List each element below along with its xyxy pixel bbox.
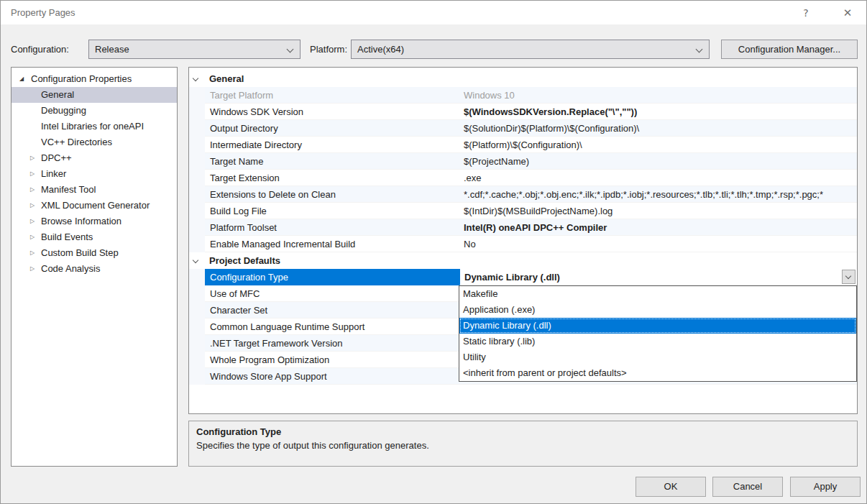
dropdown-option-dynamic-library[interactable]: Dynamic Library (.dll) [459,318,856,334]
property-row-target-extension[interactable]: Target Extension .exe [189,170,857,186]
property-value: *.cdf;*.cache;*.obj;*.obj.enc;*.ilk;*.ip… [459,186,857,203]
property-row-enable-managed-incremental-build[interactable]: Enable Managed Incremental Build No [189,236,857,252]
property-value: $(ProjectName) [459,153,857,170]
tree-item-build-events[interactable]: ▷ Build Events [12,229,177,245]
dropdown-option-makefile[interactable]: Makefile [459,286,856,302]
tree-item-code-analysis[interactable]: ▷ Code Analysis [12,261,177,277]
description-text: Specifies the type of output this config… [196,440,850,451]
apply-button[interactable]: Apply [790,477,861,497]
property-name: Whole Program Optimization [205,352,459,368]
cancel-button[interactable]: Cancel [712,477,783,497]
configuration-type-combobox[interactable]: Dynamic Library (.dll) [459,269,857,285]
property-row-intermediate-directory[interactable]: Intermediate Directory $(Platform)\$(Con… [189,137,857,153]
property-value: $(SolutionDir)$(Platform)\$(Configuratio… [459,120,857,137]
tree-item-label: DPC++ [41,150,72,166]
tree-item-label: VC++ Directories [41,134,112,150]
section-header-project-defaults[interactable]: Project Defaults [189,252,857,269]
property-value: No [459,236,857,252]
property-name: Windows SDK Version [205,104,459,120]
property-row-configuration-type[interactable]: Configuration Type Dynamic Library (.dll… [189,269,857,285]
property-value: .exe [459,170,857,186]
property-name: Enable Managed Incremental Build [205,236,459,252]
tree-item-configuration-properties[interactable]: ◢ Configuration Properties [12,71,177,87]
tree-item-label: Manifest Tool [41,182,96,198]
property-name: Character Set [205,302,459,319]
tree-item-label: Code Analysis [41,261,100,277]
property-name: Configuration Type [205,269,459,285]
tree-item-dpcpp[interactable]: ▷ DPC++ [12,150,177,166]
property-row-target-name[interactable]: Target Name $(ProjectName) [189,153,857,170]
expanded-triangle-icon: ◢ [19,71,24,87]
chevron-down-icon [696,46,703,53]
property-value: $(WindowsSDKVersion.Replace("\","")) [459,104,857,120]
property-value: $(IntDir)$(MSBuildProjectName).log [459,203,857,219]
property-row-extensions-to-delete[interactable]: Extensions to Delete on Clean *.cdf;*.ca… [189,186,857,203]
dropdown-option-application[interactable]: Application (.exe) [459,302,856,318]
configuration-manager-button[interactable]: Configuration Manager... [721,40,858,59]
property-name: Platform Toolset [205,219,459,236]
dropdown-option-inherit[interactable]: <inherit from parent or project defaults… [459,365,856,381]
property-name: Target Extension [205,170,459,186]
property-row-platform-toolset[interactable]: Platform Toolset Intel(R) oneAPI DPC++ C… [189,219,857,236]
property-name: Common Language Runtime Support [205,319,459,335]
configuration-label: Configuration: [11,44,69,55]
combo-drop-button[interactable] [842,270,855,284]
configuration-type-dropdown: Makefile Application (.exe) Dynamic Libr… [459,285,857,382]
property-name: Target Platform [205,87,459,104]
collapsed-triangle-icon: ▷ [30,198,35,214]
section-gutter [189,252,205,269]
section-gutter [189,70,205,87]
window-title: Property Pages [11,7,75,18]
tree-item-vcpp-directories[interactable]: VC++ Directories [12,134,177,150]
tree-item-custom-build-step[interactable]: ▷ Custom Build Step [12,245,177,261]
property-name: Use of MFC [205,285,459,302]
collapsed-triangle-icon: ▷ [30,245,35,261]
property-row-output-directory[interactable]: Output Directory $(SolutionDir)$(Platfor… [189,120,857,137]
tree-item-label: General [41,87,74,103]
tree-item-label: Browse Information [41,214,121,229]
dropdown-option-utility[interactable]: Utility [459,349,856,365]
tree-item-linker[interactable]: ▷ Linker [12,166,177,182]
chevron-down-icon [287,46,294,53]
configuration-tree: ◢ Configuration Properties General Debug… [11,67,178,467]
tree-item-browse-information[interactable]: ▷ Browse Information [12,214,177,229]
tree-item-label: Custom Build Step [41,245,119,261]
collapsed-triangle-icon: ▷ [30,229,35,245]
collapsed-triangle-icon: ▷ [30,182,35,198]
property-name: Output Directory [205,120,459,137]
ok-button[interactable]: OK [636,477,706,497]
property-row-windows-sdk-version[interactable]: Windows SDK Version $(WindowsSDKVersion.… [189,104,857,120]
collapsed-triangle-icon: ▷ [30,150,35,166]
tree-item-intel-libraries[interactable]: Intel Libraries for oneAPI [12,119,177,134]
platform-combobox[interactable]: Active(x64) [351,40,710,59]
tree-item-label: XML Document Generator [41,198,150,214]
tree-item-xml-document-generator[interactable]: ▷ XML Document Generator [12,198,177,214]
configuration-type-value: Dynamic Library (.dll) [464,272,560,283]
property-row-target-platform[interactable]: Target Platform Windows 10 [189,87,857,104]
tree-item-general[interactable]: General [12,87,177,103]
close-icon[interactable]: ✕ [839,5,856,21]
property-pages-dialog: { "window": { "title": "Property Pages",… [0,0,867,504]
property-name: Target Name [205,153,459,170]
help-icon[interactable]: ? [797,5,815,21]
configuration-combobox[interactable]: Release [88,40,301,59]
property-value: $(Platform)\$(Configuration)\ [459,137,857,153]
title-bar: Property Pages ? ✕ [1,1,866,24]
tree-item-label: Build Events [41,229,93,245]
property-value: Intel(R) oneAPI DPC++ Compiler [459,219,857,236]
collapsed-triangle-icon: ▷ [30,166,35,182]
chevron-down-icon [845,273,851,279]
property-name: Intermediate Directory [205,137,459,153]
property-name: Build Log File [205,203,459,219]
tree-item-manifest-tool[interactable]: ▷ Manifest Tool [12,182,177,198]
property-name: Extensions to Delete on Clean [205,186,459,203]
section-header-general[interactable]: General [189,70,857,87]
platform-combobox-value: Active(x64) [357,44,404,55]
tree-item-debugging[interactable]: Debugging [12,103,177,119]
property-name: .NET Target Framework Version [205,335,459,352]
property-grid: General Target Platform Windows 10 Windo… [188,67,858,414]
dropdown-option-static-library[interactable]: Static library (.lib) [459,334,856,349]
property-name: Windows Store App Support [205,368,459,385]
collapsed-triangle-icon: ▷ [30,261,35,277]
property-row-build-log-file[interactable]: Build Log File $(IntDir)$(MSBuildProject… [189,203,857,219]
